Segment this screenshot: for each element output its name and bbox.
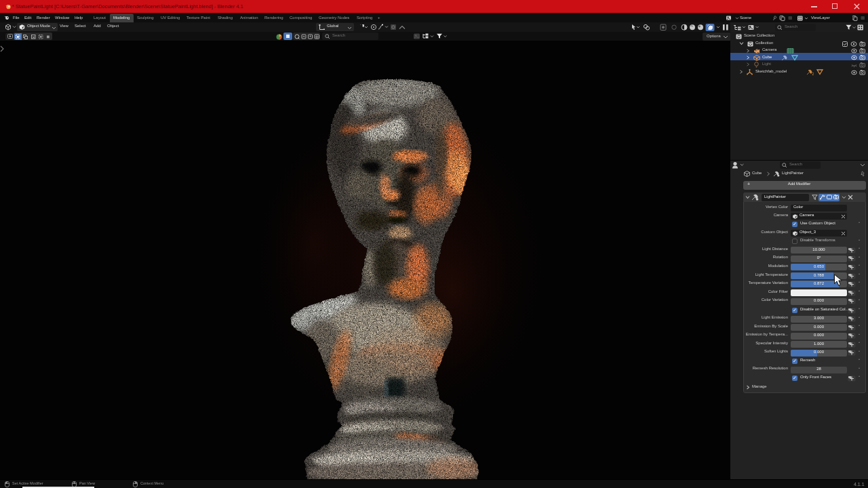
svg-text:2: 2 (812, 72, 814, 75)
